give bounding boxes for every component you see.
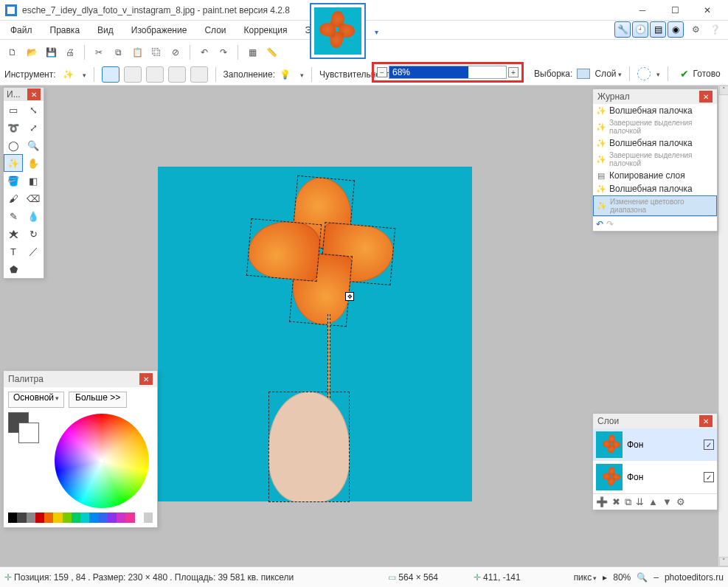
maximize-button[interactable]: ☐ [659, 1, 691, 20]
swatch[interactable] [99, 513, 108, 523]
new-file-icon[interactable]: 🗋 [4, 44, 21, 60]
help-icon[interactable]: ❔ [707, 22, 722, 37]
selection-mode-invert[interactable] [190, 66, 208, 83]
bg-swatch[interactable] [18, 423, 39, 443]
history-undo-icon[interactable]: ↶ [596, 219, 603, 229]
zoom-fit-icon[interactable]: 🔍 [637, 572, 648, 583]
tool-magic-wand[interactable]: ✨ [4, 154, 23, 172]
close-button[interactable]: ✕ [691, 1, 724, 20]
menu-image[interactable]: Изображение [127, 22, 192, 38]
scroll-up-icon[interactable]: ˄ [719, 86, 728, 95]
tool-fill[interactable]: 🪣 [4, 172, 23, 190]
tool-zoom[interactable]: 🔍 [24, 136, 43, 154]
tool-recolor[interactable]: ↻ [24, 225, 43, 243]
tool-dropdown-icon[interactable] [81, 69, 86, 80]
copy-icon[interactable]: ⧉ [110, 44, 126, 60]
swatch[interactable] [8, 513, 17, 523]
print-icon[interactable]: 🖨 [62, 44, 78, 60]
fill-dropdown-icon[interactable] [299, 69, 304, 80]
layers-panel-toggle[interactable]: ▤ [650, 21, 666, 38]
swatch-strip[interactable] [8, 513, 153, 523]
swatch[interactable] [44, 513, 53, 523]
layer-visibility-checkbox[interactable]: ✓ [704, 440, 714, 450]
site-link[interactable]: photoeditors.ru [665, 572, 724, 583]
tool-text[interactable]: T [4, 243, 23, 260]
tool-eraser[interactable]: ⌫ [24, 190, 43, 207]
swatch[interactable] [117, 513, 125, 523]
layer-merge-icon[interactable]: ⇊ [636, 496, 644, 507]
fg-bg-swatches[interactable] [8, 412, 42, 446]
selection-mode-add[interactable] [124, 66, 142, 83]
canvas[interactable]: ✥ [158, 167, 472, 501]
swatch[interactable] [108, 513, 117, 523]
undo-icon[interactable]: ↶ [196, 44, 212, 60]
swatch[interactable] [72, 513, 80, 523]
active-tool-icon[interactable]: ✨ [60, 66, 77, 83]
selection-mode-sub[interactable] [146, 66, 164, 83]
tolerance-plus-button[interactable]: + [508, 67, 519, 77]
history-item[interactable]: ▤Копирование слоя [593, 169, 717, 182]
layer-up-icon[interactable]: ▲ [648, 496, 658, 507]
paste-icon[interactable]: 📋 [129, 44, 145, 60]
tools-window-close[interactable]: ✕ [27, 88, 41, 100]
swatch[interactable] [63, 513, 72, 523]
fill-bulb-icon[interactable]: 💡 [280, 69, 294, 80]
crop-icon[interactable]: ⿻ [148, 44, 164, 60]
unit-select[interactable]: пикс [574, 572, 597, 583]
layer-row[interactable]: Фон✓ [593, 461, 717, 493]
image-thumbnail[interactable] [310, 3, 366, 59]
zoom-arrow-icon[interactable]: ▸ [603, 572, 607, 583]
history-item[interactable]: ✨Волшебная палочка [593, 182, 717, 195]
history-panel-toggle[interactable]: 🕘 [632, 21, 648, 38]
tool-clone[interactable]: 🟊 [4, 225, 23, 243]
layers-list[interactable]: Фон✓Фон✓ [593, 428, 717, 493]
history-item[interactable]: ✨Изменение цветового диапазона [593, 195, 717, 216]
vertical-scrollbar[interactable]: ˄ ˅ [718, 86, 728, 566]
tool-brush[interactable]: 🖌 [4, 190, 23, 207]
menu-adjust[interactable]: Коррекция [240, 22, 292, 38]
layer-duplicate-icon[interactable]: ⧉ [625, 496, 631, 508]
ready-label[interactable]: Готово [693, 69, 721, 79]
tolerance-slider[interactable]: 68% [389, 66, 507, 79]
tool-gradient[interactable]: ◧ [24, 172, 43, 190]
history-list[interactable]: ✨Волшебная палочка✨Завершение выделения … [593, 104, 717, 216]
swatch[interactable] [17, 513, 26, 523]
swatch[interactable] [80, 513, 89, 523]
tool-lasso[interactable]: ➰ [4, 119, 23, 136]
scroll-down-icon[interactable]: ˅ [719, 557, 728, 566]
thumb-menu-icon[interactable]: ▾ [375, 28, 378, 36]
grid-icon[interactable]: ▦ [244, 44, 260, 60]
tool-ellipse-select[interactable]: ◯ [4, 136, 23, 154]
menu-layers[interactable]: Слои [200, 22, 230, 38]
flood-dropdown-icon[interactable] [655, 69, 660, 79]
history-redo-icon[interactable]: ↷ [606, 219, 614, 229]
layers-close[interactable]: ✕ [699, 415, 713, 427]
selection-mode-intersect[interactable] [168, 66, 186, 83]
tool-move-selection[interactable]: ⤡ [24, 101, 43, 119]
tool-picker[interactable]: 💧 [24, 207, 43, 225]
history-item[interactable]: ✨Волшебная палочка [593, 136, 717, 150]
layer-down-icon[interactable]: ▼ [662, 496, 672, 507]
tool-move-pixels[interactable]: ⤢ [24, 119, 43, 136]
swatch[interactable] [27, 513, 35, 523]
menu-view[interactable]: Вид [93, 22, 118, 38]
tool-rect-select[interactable]: ▭ [4, 101, 23, 119]
swatch[interactable] [144, 513, 153, 523]
cut-icon[interactable]: ✂ [91, 44, 107, 60]
layer-add-icon[interactable]: ➕ [596, 496, 608, 507]
history-item[interactable]: ✨Завершение выделения палочкой [593, 117, 717, 136]
tool-line[interactable]: ／ [24, 243, 43, 260]
settings-icon[interactable]: ⚙ [688, 22, 703, 37]
swatch[interactable] [135, 513, 144, 523]
tool-shape[interactable]: ⬟ [4, 260, 23, 278]
redo-icon[interactable]: ↷ [215, 44, 232, 60]
history-close[interactable]: ✕ [699, 91, 713, 103]
palette-close[interactable]: ✕ [139, 373, 153, 385]
swatch[interactable] [53, 513, 62, 523]
palette-more-button[interactable]: Больше >> [69, 392, 127, 408]
layer-props-icon[interactable]: ⚙ [676, 496, 685, 507]
history-item[interactable]: ✨Завершение выделения палочкой [593, 150, 717, 169]
tools-panel-toggle[interactable]: 🔧 [614, 21, 631, 38]
colors-panel-toggle[interactable]: ◉ [668, 21, 684, 38]
tool-pan[interactable]: ✋ [24, 154, 43, 172]
